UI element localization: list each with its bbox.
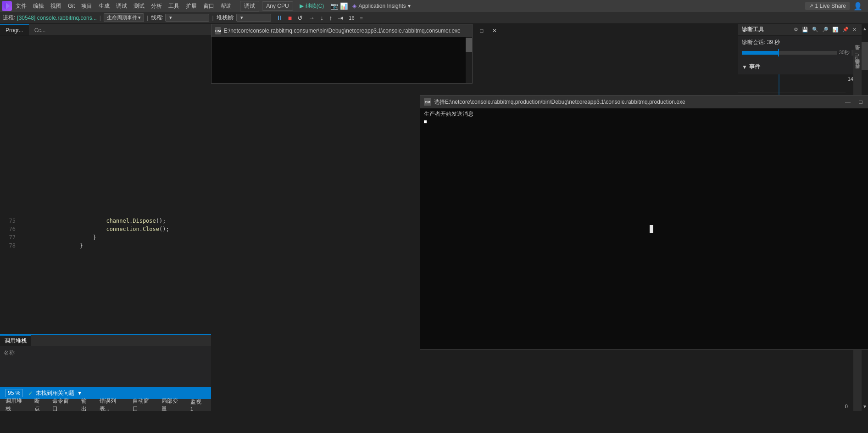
diag-settings-icon[interactable]: ⚙ bbox=[792, 26, 800, 34]
scroll-thumb[interactable] bbox=[862, 42, 868, 70]
vs-logo-icon bbox=[2, 1, 12, 11]
app-insights-icon: ◈ bbox=[352, 3, 356, 9]
step-over-button[interactable]: → bbox=[307, 14, 316, 22]
production-maximize-button[interactable]: □ bbox=[855, 97, 866, 107]
live-share-icon: ↗ bbox=[809, 3, 813, 9]
toolbar-icon-2[interactable]: 📊 bbox=[340, 2, 348, 10]
lifecycle-dropdown[interactable]: 生命周期事件 ▾ bbox=[104, 13, 144, 22]
scroll-down-btn[interactable]: ▼ bbox=[862, 402, 868, 411]
live-share-button[interactable]: ↗ 1 Live Share bbox=[805, 2, 850, 10]
consumer-close-button[interactable]: ✕ bbox=[489, 26, 500, 35]
menu-test[interactable]: 测试 bbox=[131, 1, 147, 11]
menu-extensions[interactable]: 扩展 bbox=[183, 1, 200, 11]
stack-label: 堆栈帧: bbox=[217, 14, 234, 22]
production-minimize-button[interactable]: — bbox=[842, 97, 853, 107]
production-console-title-bar[interactable]: CM 选择E:\netcore\console.rabbitmq.product… bbox=[420, 96, 868, 108]
mem-val-0-2: 0 bbox=[845, 404, 853, 409]
thread-dropdown[interactable]: ▾ bbox=[165, 14, 209, 22]
diag-events-header[interactable]: ▼ 事件 bbox=[742, 61, 858, 73]
consumer-scrollbar[interactable] bbox=[466, 37, 472, 83]
bottom-panel-container: 调用堆栈 名称 bbox=[0, 334, 211, 387]
consumer-console-controls: — □ ✕ bbox=[463, 26, 500, 35]
diag-chart-icon[interactable]: 📊 bbox=[831, 26, 840, 34]
tab-call-stack[interactable]: 调用堆栈 bbox=[0, 335, 31, 346]
bottom-tab-locals[interactable]: 局部变量 bbox=[158, 396, 187, 411]
debug-info-bar: 进程: [30548] console.rabbitmq.cons... | 生… bbox=[0, 12, 868, 24]
production-console-output-line1: 生产者开始发送消息 bbox=[424, 110, 868, 118]
tab-cc[interactable]: Cc... bbox=[29, 25, 51, 35]
menu-file[interactable]: 文件 bbox=[13, 1, 29, 11]
menu-debug[interactable]: 调试 bbox=[113, 1, 130, 11]
diag-timeline-cursor bbox=[778, 49, 779, 56]
production-console-cursor: ■ bbox=[424, 119, 868, 124]
menu-git[interactable]: Git bbox=[65, 2, 78, 10]
diag-session-info: 诊断会话: 39 秒 30秒 4 bbox=[738, 36, 862, 59]
pause-button[interactable]: ⏸ bbox=[275, 14, 284, 22]
step-out-button[interactable]: ↑ bbox=[328, 14, 334, 22]
diag-v-label-cpu[interactable]: CPU使用情况 bbox=[853, 51, 862, 65]
call-stack-name-header: 名称 bbox=[4, 349, 207, 357]
thread-chevron: ▾ bbox=[169, 15, 172, 21]
restart-button[interactable]: ↺ bbox=[296, 14, 304, 22]
diagnostics-title: 诊断工具 bbox=[742, 26, 764, 34]
diag-timeline: 30秒 4 bbox=[742, 49, 858, 56]
consumer-console-body bbox=[211, 37, 472, 83]
diag-session-label: 诊断会话: 39 秒 bbox=[742, 39, 858, 46]
hex-display-button[interactable]: 16 bbox=[347, 15, 356, 21]
editor-tabs: Progr... Cc... bbox=[0, 24, 211, 36]
bottom-tab-watch[interactable]: 监视 1 bbox=[187, 397, 209, 411]
run-to-cursor-button[interactable]: ⇥ bbox=[336, 14, 345, 22]
menu-edit[interactable]: 编辑 bbox=[30, 1, 47, 11]
app-insights-button[interactable]: ◈ Application Insights ▾ bbox=[349, 2, 414, 10]
menu-view[interactable]: 视图 bbox=[48, 1, 64, 11]
production-console-title-text: 选择E:\netcore\console.rabbitmq.production… bbox=[434, 98, 840, 106]
process-selector[interactable]: [30548] console.rabbitmq.cons... bbox=[17, 15, 96, 21]
bottom-tab-breakpoints[interactable]: 断点 bbox=[31, 396, 49, 411]
consumer-maximize-button[interactable]: □ bbox=[476, 26, 487, 35]
debug-controls: ⏸ ■ ↺ → ↓ ↑ ⇥ 16 ≡ bbox=[275, 14, 364, 22]
stack-dropdown[interactable]: ▾ bbox=[236, 14, 271, 22]
step-into-button[interactable]: ↓ bbox=[319, 14, 325, 22]
menu-window[interactable]: 窗口 bbox=[200, 1, 217, 11]
menu-analyze[interactable]: 分析 bbox=[148, 1, 165, 11]
continue-button[interactable]: ▶ 继续(C) bbox=[296, 1, 328, 11]
no-issues-indicator[interactable]: ✓ 未找到相关问题 ▼ bbox=[28, 389, 82, 397]
bottom-tab-command[interactable]: 命令窗口 bbox=[49, 396, 78, 411]
diag-v-label-memory[interactable]: 内存使用情况 bbox=[853, 66, 862, 69]
thread-label: 线程: bbox=[151, 14, 163, 22]
consumer-scroll-thumb[interactable] bbox=[466, 38, 472, 52]
diag-events-section: ▼ 事件 bbox=[738, 59, 862, 74]
menu-tools[interactable]: 工具 bbox=[166, 1, 182, 11]
events-collapse-icon: ▼ bbox=[742, 64, 747, 70]
call-stack-content: 名称 bbox=[0, 346, 211, 360]
diag-save-icon[interactable]: 💾 bbox=[801, 26, 810, 34]
diag-close-icon[interactable]: ✕ bbox=[851, 26, 858, 34]
menu-project[interactable]: 项目 bbox=[78, 1, 95, 11]
debug-mode-button[interactable]: 调试 bbox=[240, 1, 259, 11]
diag-zoom-out-icon[interactable]: 🔎 bbox=[821, 26, 830, 34]
diag-timeline-bar[interactable] bbox=[742, 51, 837, 55]
diag-header-controls: ⚙ 💾 🔍 🔎 📊 📌 ✕ bbox=[792, 26, 858, 34]
bottom-tab-auto[interactable]: 自动窗口 bbox=[129, 396, 158, 411]
bottom-tab-call-stack[interactable]: 调用堆栈 bbox=[2, 396, 31, 411]
disassembly-button[interactable]: ≡ bbox=[359, 15, 364, 21]
scroll-up-btn[interactable]: ▲ bbox=[862, 24, 868, 33]
bottom-tab-output[interactable]: 输出 bbox=[78, 396, 95, 411]
stop-button[interactable]: ■ bbox=[287, 14, 293, 22]
app-insights-dropdown-icon: ▾ bbox=[408, 3, 411, 9]
toolbar-icon-1[interactable]: 📷 bbox=[330, 2, 338, 10]
bottom-tab-errors[interactable]: 错误列表... bbox=[96, 396, 129, 411]
stack-chevron: ▾ bbox=[240, 15, 243, 21]
consumer-minimize-button[interactable]: — bbox=[463, 26, 474, 35]
cpu-config-button[interactable]: Any CPU bbox=[262, 1, 293, 11]
menu-build[interactable]: 生成 bbox=[96, 1, 112, 11]
top-bar-right: ↗ 1 Live Share 👤 bbox=[805, 2, 866, 11]
user-icon[interactable]: 👤 bbox=[853, 2, 862, 11]
consumer-console-title-bar[interactable]: CM E:\netcore\console.rabbitmq.consumer\… bbox=[211, 24, 472, 37]
diag-v-label-process[interactable]: 进程内存 bbox=[853, 70, 862, 74]
tab-progr[interactable]: Progr... bbox=[0, 24, 29, 35]
diag-zoom-in-icon[interactable]: 🔍 bbox=[811, 26, 820, 34]
diag-pin-icon[interactable]: 📌 bbox=[841, 26, 850, 34]
main-workspace: CM E:\netcore\console.rabbitmq.consumer\… bbox=[211, 24, 738, 411]
menu-help[interactable]: 帮助 bbox=[218, 1, 234, 11]
